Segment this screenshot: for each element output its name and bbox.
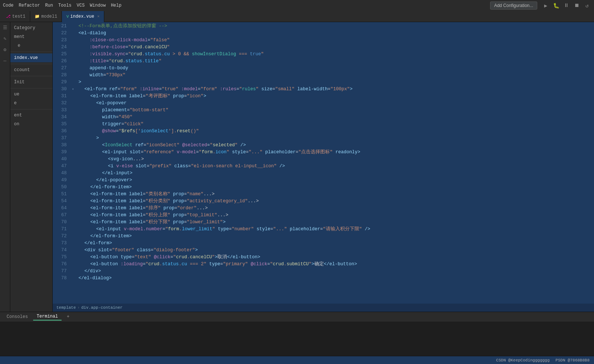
code-line-27: append-to-body [72,65,594,72]
menu-items: Code Refactor Run Tools VCS Window Help [3,3,122,8]
tab-test1-label: test1 [12,14,25,19]
code-line-72: </el-form-item> [72,233,594,240]
sidebar: Category ment e index.vue ccount Init ue… [10,22,53,312]
coverage-button[interactable]: ⏸ [562,1,570,10]
editor-area: 21 22 23 24 25 26 27 28 29 30 31 32 33 3… [53,22,594,312]
code-line-78: </el-dialog> [72,275,594,282]
folder-icon: 📁 [35,14,40,19]
breadcrumb-sep-1: › [77,305,80,310]
sidebar-item-init[interactable]: Init [10,78,52,87]
main-layout: ☰ ✎ ⚙ — Category ment e index.vue ccount… [0,22,594,312]
line-numbers: 21 22 23 24 25 26 27 28 29 30 31 32 33 3… [53,22,68,304]
menu-code[interactable]: Code [3,3,14,8]
tab-index-vue-label: index.vue [70,14,94,19]
breadcrumb-template[interactable]: template [56,305,76,310]
sidebar-item-ent[interactable]: ent [10,111,52,120]
tab-model1[interactable]: 📁 model1 [30,11,62,22]
code-line-29: > [72,79,594,86]
sidebar-divider-3 [10,76,52,76]
code-line-49: </el-popover> [72,177,594,184]
stop-button[interactable]: ↺ [583,1,591,10]
code-line-47: <i v-else slot="prefix" class="el-icon-s… [72,163,594,170]
code-line-36: @show="$refs['iconSelect'].reset()" [72,128,594,135]
tab-model1-label: model1 [41,14,57,19]
code-line-30: ▾ <el-form ref="form" :inline="true" :mo… [72,86,594,93]
panel-tab-consoles[interactable]: Consoles [3,314,32,320]
psdn-text: PSDN @7868B8B8 [556,358,590,363]
watermark-text: CSDN @KeepCodinggggggg [496,358,549,363]
sidebar-item-e2[interactable]: e [10,99,52,108]
sidebar-item-category[interactable]: Category [10,24,52,32]
code-lines: <!--Form表单,点击添加按钮的弹窗 --> <el-dialog :clo… [68,22,594,304]
tab-test1[interactable]: ⎇ test1 [1,11,30,22]
code-line-31: <el-form-item label="考评图标" prop="icon"> [72,93,594,100]
menu-tools[interactable]: Tools [58,3,71,8]
git-icon: ⎇ [6,14,11,19]
run-button[interactable]: ▶ [542,1,550,10]
sidebar-divider-4 [10,88,52,88]
code-line-51: <el-form-item label="类别名称" prop="name"..… [72,191,594,198]
menu-refactor[interactable]: Refactor [19,3,40,8]
minimize-icon[interactable]: — [1,57,9,65]
code-line-67: <el-form-item label="积分上限" prop="top_lim… [72,212,594,219]
settings-icon[interactable]: ⚙ [1,46,9,54]
code-line-39: <el-input slot="reference" v-model="form… [72,149,594,156]
code-line-33: placement="bottom-start" [72,107,594,114]
panel-tab-add[interactable]: + [63,314,73,320]
run-controls: ▶ 🐛 ⏸ ⏹ ↺ [542,1,591,10]
code-line-21: <!--Form表单,点击添加按钮的弹窗 --> [72,23,594,30]
add-configuration-button[interactable]: Add Configuration... [490,1,537,10]
code-line-71: <el-input v-model.number="form.lower_lim… [72,226,594,233]
debug-button[interactable]: 🐛 [552,1,560,10]
sidebar-item-on[interactable]: on [10,120,52,129]
breadcrumb: template › div.app-container [53,304,594,312]
code-line-40: <svg-icon...> [72,156,594,163]
sidebar-divider-5 [10,109,52,109]
tool-icons-panel: ☰ ✎ ⚙ — [0,22,10,312]
status-bar: CSDN @KeepCodinggggggg PSDN @7868B8B8 [0,356,594,364]
code-line-73: </el-form> [72,240,594,247]
code-line-64: <el-form-item label="排序" prop="order"...… [72,205,594,212]
vue-icon: V [66,14,69,19]
sidebar-item-e[interactable]: e [10,41,52,50]
gutter-30: ▾ [72,86,78,93]
sidebar-divider-2 [10,64,52,64]
code-container[interactable]: 21 22 23 24 25 26 27 28 29 30 31 32 33 3… [53,22,594,304]
code-line-28: width="730px" [72,72,594,79]
code-line-26: :title="crud.status.title" [72,58,594,65]
top-menu-bar: Code Refactor Run Tools VCS Window Help … [0,0,594,11]
sidebar-item-index-vue[interactable]: index.vue [10,53,52,62]
code-line-48: </el-input> [72,170,594,177]
code-line-34: width="450" [72,114,594,121]
code-line-23: :close-on-click-modal="false" [72,37,594,44]
fold-icon-30[interactable]: ▾ [72,86,74,93]
tab-index-vue[interactable]: V index.vue × [62,11,104,22]
menu-help[interactable]: Help [111,3,122,8]
code-line-25: :visible.sync="crud.status.cu > 0 && sho… [72,51,594,58]
edit-icon[interactable]: ✎ [1,35,9,43]
code-line-24: :before-close="crud.cancelCU" [72,44,594,51]
sidebar-divider-1 [10,52,52,52]
menu-window[interactable]: Window [90,3,106,8]
code-line-54: <el-form-item label="积分类别" prop="activit… [72,198,594,205]
code-line-50: </el-form-item> [72,184,594,191]
profile-button[interactable]: ⏹ [573,1,581,10]
code-line-75: <el-button type="text" @click="crud.canc… [72,254,594,261]
breadcrumb-div-app-container[interactable]: div.app-container [81,305,122,310]
sidebar-item-ue[interactable]: ue [10,90,52,99]
code-line-37: > [72,135,594,142]
hamburger-icon[interactable]: ☰ [1,24,9,32]
code-line-22: <el-dialog [72,30,594,37]
bottom-panel: Consoles Terminal + [0,312,594,356]
code-line-32: <el-popover [72,100,594,107]
sidebar-item-account[interactable]: ccount [10,66,52,74]
tab-close-icon[interactable]: × [97,14,100,19]
panel-tab-terminal[interactable]: Terminal [33,313,62,321]
sidebar-item-ment[interactable]: ment [10,32,52,41]
bottom-panel-tabs: Consoles Terminal + [0,312,594,322]
code-line-35: trigger="click" [72,121,594,128]
tab-bar: ⎇ test1 📁 model1 V index.vue × [0,11,594,22]
menu-run[interactable]: Run [45,3,53,8]
menu-vcs[interactable]: VCS [77,3,85,8]
code-line-77: </div> [72,268,594,275]
